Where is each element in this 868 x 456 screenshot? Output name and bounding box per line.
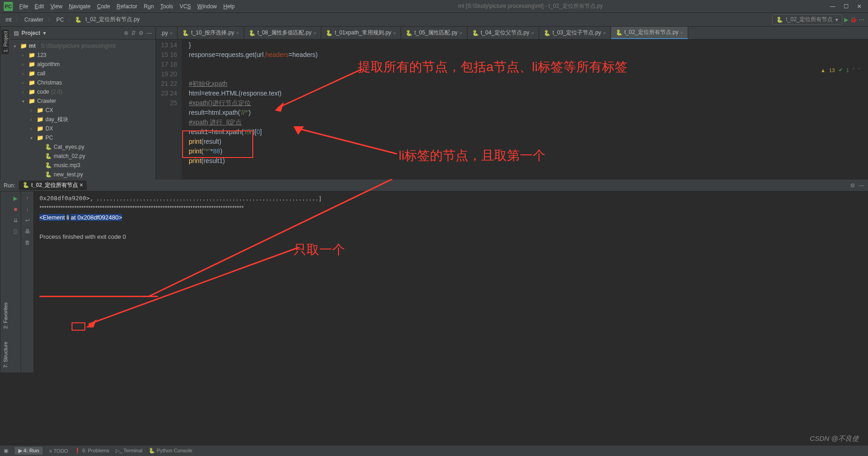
menu-window[interactable]: Window [195,1,220,11]
editor: .py×🐍t_10_按序选择.py×🐍t_08_属性多值匹配.py×🐍t_01x… [156,27,868,180]
editor-tab[interactable]: 🐍t_04_定位父节点.py× [467,27,539,39]
tree-item[interactable]: ›📁algorithm [10,60,156,69]
menu-file[interactable]: File [17,1,31,11]
chevron-down-icon: ▾ [835,17,838,23]
tree-item[interactable]: ›📁day_模块 [10,115,156,124]
editor-tab[interactable]: 🐍t_08_属性多值匹配.py× [244,27,321,39]
menu-navigate[interactable]: Navigate [66,1,93,11]
run-button[interactable]: ▶ [844,17,848,23]
gear-icon[interactable]: ⚙ [850,182,855,189]
tree-item[interactable]: 🐍music.mp3 [10,161,156,170]
tool-tab-structure[interactable]: 7: Structure [2,340,9,370]
app-icon: PC [4,2,13,11]
run-config-label: t_02_定位所有节点 [786,16,833,23]
project-tree-icon: ▤ [14,30,19,36]
status-todo[interactable]: ≡ TODO [49,448,68,454]
status-pyconsole[interactable]: 🐍 Python Console [149,448,192,454]
status-bar: ▣ ▶ 4: Run ≡ TODO ❗ 6: Problems ▷_ Termi… [0,445,868,456]
editor-tabs: .py×🐍t_10_按序选择.py×🐍t_08_属性多值匹配.py×🐍t_01x… [156,27,868,39]
menu-tools[interactable]: Tools [157,1,176,11]
up-icon[interactable]: ↑ [26,195,29,202]
window-title: mt [S:\Study\picture processing\mt] - t_… [237,2,823,10]
navbar: mt〉 Crawler〉 PC〉 🐍 t_02_定位所有节点.py 🐍 t_02… [0,13,868,27]
target-icon[interactable]: ⊕ [124,30,128,36]
main-menu: File Edit View Navigate Code Refactor Ru… [17,1,237,11]
stop-icon[interactable]: ■ [14,206,17,213]
breadcrumb-2[interactable]: PC [55,17,66,23]
run-config-select[interactable]: 🐍 t_02_定位所有节点 ▾ [772,14,842,25]
menu-run[interactable]: Run [141,1,156,11]
print-icon[interactable]: 🖶 [25,228,30,235]
run-tab[interactable]: 🐍 t_02_定位所有节点 × [19,180,86,190]
status-run[interactable]: ▶ 4: Run [15,447,43,455]
tree-item[interactable]: ▾📁PC [10,133,156,142]
editor-tab[interactable]: 🐍t_10_按序选择.py× [178,27,244,39]
expand-icon[interactable]: ⇵ [131,30,136,36]
python-file-icon: 🐍 [75,17,82,23]
tree-item[interactable]: 🐍match_02.py [10,152,156,161]
editor-tab[interactable]: .py× [156,27,178,39]
menu-help[interactable]: Help [221,1,238,11]
maximize-icon[interactable]: ☐ [844,3,849,10]
tree-item[interactable]: ›📁CX [10,106,156,115]
tree-item[interactable]: ›📁call [10,69,156,78]
layout-icon[interactable]: ⌹ [14,228,17,235]
status-terminal[interactable]: ▷_ Terminal [116,448,143,454]
run-panel: Run: 🐍 t_02_定位所有节点 × ⚙ — 7: Structure 2:… [0,180,868,372]
breadcrumb-1[interactable]: Crawler [22,17,45,23]
hide-icon[interactable]: — [146,30,152,36]
menu-view[interactable]: View [48,1,65,11]
editor-tab[interactable]: 🐍t_03_定位子节点.py× [539,27,611,39]
inspections[interactable]: ▲13 ✔1 ˆˇ [820,67,860,73]
status-problems[interactable]: ❗ 6: Problems [74,448,109,454]
tree-item[interactable]: ›📁123 [10,51,156,60]
more-run-icon[interactable]: ⋯ [859,17,864,23]
watermark: CSDN @不良使 [810,434,859,443]
minimize-icon[interactable]: — [830,3,835,10]
tree-item[interactable]: ▾📁Crawler [10,96,156,106]
tool-tab-project[interactable]: 1: Project [2,29,9,54]
left-tool-strip: 1: Project [0,27,10,180]
hide-icon[interactable]: — [859,182,864,189]
breadcrumb-file[interactable]: t_02_定位所有节点.py [83,16,141,23]
gutter: 13 14 15 16 17 18 19 20 21 22 23 24 25 [156,39,182,180]
menu-vcs[interactable]: VCS [177,1,194,11]
hide-tool-icon[interactable]: ▣ [4,448,8,454]
editor-tab[interactable]: 🐍t_01xpath_常用规则.py× [321,27,401,39]
gear-icon[interactable]: ⚙ [139,30,144,36]
trash-icon[interactable]: 🗑 [25,239,30,246]
menu-refactor[interactable]: Refactor [114,1,140,11]
chevron-down-icon[interactable]: ▾ [43,30,46,36]
tree-item[interactable]: ›📁code (2.0) [10,87,156,96]
tree-item[interactable]: ›📁Christmas [10,78,156,87]
tree-item[interactable]: ›📁DX [10,124,156,133]
editor-tab[interactable]: 🐍t_05_属性匹配.py× [401,27,467,39]
project-panel: ▤ Project ▾ ⊕ ⇵ ⚙ — ▾📁mt S:\Study\pictur… [10,27,156,180]
console[interactable]: 0x208df0a9200>, , , , , , , , , , , , , … [34,191,868,372]
run-title: Run: [4,182,15,189]
wrap-icon[interactable]: ↩ [25,217,30,224]
tool-tab-favorites[interactable]: 2: Favorites [2,301,9,331]
menu-edit[interactable]: Edit [32,1,47,11]
editor-tab[interactable]: 🐍t_02_定位所有节点.py× [611,27,688,39]
close-icon[interactable]: ✕ [857,3,862,10]
project-title: Project [22,30,40,36]
titlebar: PC File Edit View Navigate Code Refactor… [0,0,868,13]
breadcrumb-root[interactable]: mt [4,17,13,23]
down-icon[interactable]: ⇊ [13,217,18,224]
down2-icon[interactable]: ↓ [26,206,29,213]
tree-item[interactable]: 🐍new_test.py [10,170,156,179]
debug-button[interactable]: 🐞 [850,17,857,23]
menu-code[interactable]: Code [94,1,113,11]
project-tree[interactable]: ▾📁mt S:\Study\picture processing\mt ›📁12… [10,39,156,180]
rerun-icon[interactable]: ▶ [13,195,17,202]
tree-item[interactable]: 🐍Cat_eyes.py [10,142,156,152]
code-body[interactable]: } response=requests.get(url,headers=head… [182,39,868,180]
